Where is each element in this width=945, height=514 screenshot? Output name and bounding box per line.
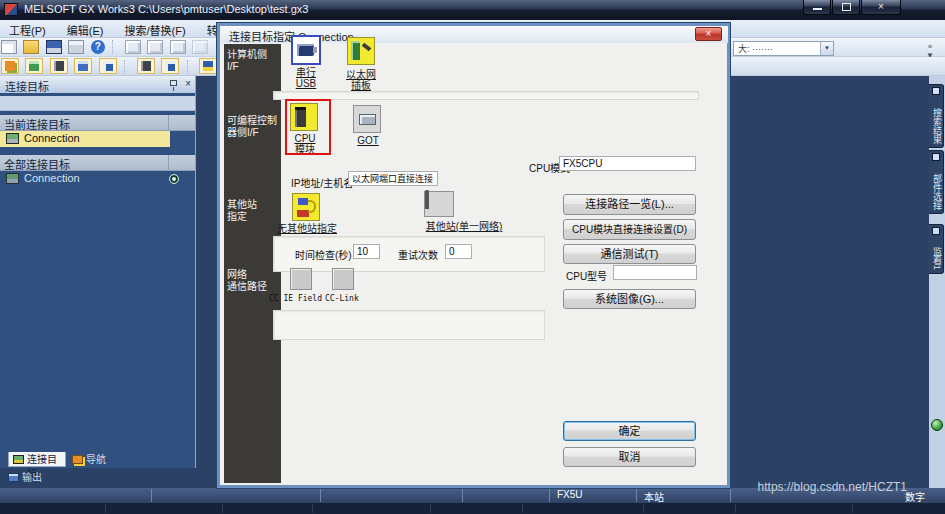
toolbar-combo[interactable]: 大: ······· ▼ [733,41,834,56]
menu-edit[interactable]: 编辑(E) [58,20,113,38]
adapter-row-panel [273,91,699,100]
pin-icon[interactable] [170,80,177,86]
serial-usb-option[interactable]: 串行 USB [281,67,331,89]
retry-count-field[interactable] [445,244,472,259]
all-connection-item[interactable]: Connection [0,171,195,187]
connection-image-icon[interactable] [25,58,43,74]
watermark-text: https://blog.csdn.net/HCZT1 [758,480,907,494]
strip-divider [312,504,313,513]
tab-label: 监看1 [932,247,942,270]
station-status: 本站 [644,489,664,504]
other-station-single-option[interactable]: 其他站(单一网络) [414,221,514,232]
got-icon[interactable] [353,105,381,133]
ip-hostname-label: IP地址/主机名 [291,175,353,190]
current-connection-item[interactable]: Connection [0,131,170,147]
watch-tab-icon [932,227,940,235]
communication-test-button[interactable]: 通信测试(T) [563,244,696,264]
no-other-station-icon[interactable] [292,193,320,221]
tab-watch-1[interactable]: 监看1 [929,224,944,274]
connection-path-list-button[interactable]: 连接路径一览(L)... [563,194,696,215]
connection-destination-panel: 连接目标 × 当前连接目标 Connection 全部连接目标 Connecti… [0,76,196,468]
strip-divider [522,504,523,513]
help-icon[interactable]: ? [91,40,105,54]
cc-ie-field-label: CC IE Field [269,294,322,303]
cancel-button[interactable]: 取消 [563,447,696,467]
all-connections-header: 全部连接目标 [0,155,195,171]
dialog-close-button[interactable]: × [695,27,722,41]
tab-label: 部件选择 [932,174,942,210]
connection-tab-icon [13,455,24,464]
ethernet-board-icon[interactable] [347,37,375,65]
device-display-icon[interactable] [199,58,217,74]
timeout-field[interactable] [353,244,380,259]
menu-project[interactable]: 工程(P) [0,20,55,38]
ethernet-board-option[interactable]: 以太网 插板 [335,69,387,91]
close-button[interactable]: × [861,0,901,15]
cpu-mode-field[interactable] [559,156,696,171]
find-icon[interactable] [137,58,155,74]
menu-search-replace[interactable]: 搜索/替换(F) [115,20,194,38]
list-view-icon[interactable] [74,58,92,74]
statusbar-divider [320,489,321,502]
element-selection-tab-icon [932,153,940,161]
timeout-label: 时间检查(秒) [295,247,352,262]
panel-title: 连接目标 [5,78,49,94]
paste-icon[interactable] [170,40,186,54]
statusbar-divider [151,489,152,502]
minimize-icon [813,8,822,10]
plc-side-label: 可编程控制 器侧I/F [227,115,279,139]
chevron-down-icon[interactable]: ▼ [820,42,833,55]
connection-destination-dialog: 连接目标指定 Connection × 计算机侧 I/F 可编程控制 器侧I/F… [216,22,731,489]
tab-output[interactable]: 输出 [4,470,42,485]
connection-item-label: Connection [24,172,80,184]
print-icon[interactable] [68,40,84,54]
strip-divider [430,504,431,513]
status-indicator-icon [931,419,943,431]
strip-divider [735,504,736,513]
save-icon[interactable] [46,40,62,54]
tab-connection-destination[interactable]: 连接目标 [8,452,66,467]
tab-navigation[interactable]: 导航 [68,452,108,467]
cc-link-icon[interactable] [332,268,354,290]
ip-hostname-field[interactable] [348,171,438,186]
cpu-model-field[interactable] [613,265,697,280]
open-file-icon[interactable] [23,40,39,54]
connection-item-label: Connection [24,132,80,144]
copy-icon[interactable] [147,40,163,54]
retry-count-label: 重试次数 [398,247,438,262]
navigation-tree-icon[interactable] [1,58,19,74]
system-image-button[interactable]: 系统图像(G)... [563,289,696,309]
cpu-model-label: CPU型号 [566,268,607,283]
header-divider [168,155,169,171]
serial-usb-icon[interactable] [291,35,321,65]
tab-label: 导航 [86,453,106,467]
got-option[interactable]: GOT [353,135,383,146]
comment-view-icon[interactable] [99,58,117,74]
strip-divider [105,504,106,513]
tab-search-results[interactable]: 搜索结果 [929,84,944,148]
ok-button[interactable]: 确定 [563,421,696,441]
other-station-single-icon[interactable] [424,191,454,217]
other-station-label: 其他站 指定 [227,199,279,223]
overflow-chevron-icon: » [928,42,932,51]
tab-label: 输出 [22,471,42,485]
cc-ie-field-icon[interactable] [290,268,312,290]
app-icon [4,3,18,16]
panel-close-icon[interactable]: × [185,78,191,89]
find-in-window-icon[interactable] [161,58,179,74]
new-file-icon[interactable] [1,40,17,54]
cpu-direct-connection-button[interactable]: CPU模块直接连接设置(D) [563,219,696,240]
restore-button[interactable] [832,0,860,15]
window-title: MELSOFT GX Works3 C:\Users\pmtuser\Deskt… [24,3,308,15]
no-other-station-option[interactable]: 无其他站指定 [272,223,342,234]
header-divider [168,115,169,131]
cut-icon[interactable] [125,40,141,54]
statusbar-divider [549,489,550,502]
device-module-icon[interactable] [50,58,68,74]
cc-link-label: CC-Link [325,294,359,303]
minimize-button[interactable] [803,0,831,15]
search-results-tab-icon [932,87,940,95]
undo-icon[interactable] [192,40,208,54]
network-route-label: 网络 通信路径 [227,269,279,293]
tab-element-selection[interactable]: 部件选择 [929,150,944,214]
